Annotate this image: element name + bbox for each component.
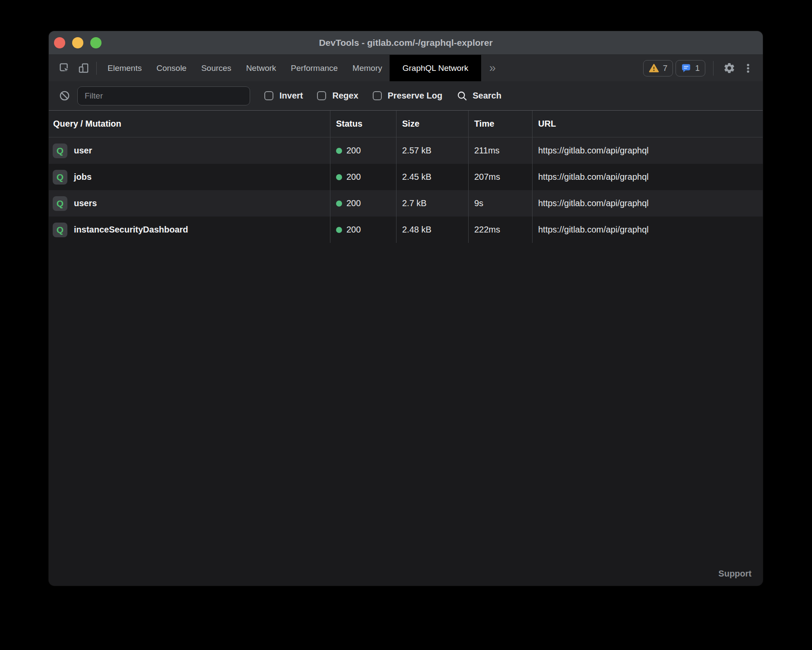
size-cell: 2.48 kB	[396, 217, 468, 243]
devtools-tabbar: ElementsConsoleSourcesNetworkPerformance…	[49, 55, 763, 81]
traffic-lights	[54, 31, 102, 54]
warnings-count: 7	[663, 64, 668, 73]
gear-icon	[723, 62, 736, 74]
status-ok-dot	[336, 148, 342, 154]
request-time: 207ms	[474, 172, 500, 182]
warning-triangle-icon	[649, 64, 659, 73]
warnings-badge[interactable]: 7	[643, 60, 673, 76]
panel-tabs: ElementsConsoleSourcesNetworkPerformance…	[100, 55, 390, 81]
checkbox-icon	[264, 91, 273, 100]
active-tab-label: GraphQL Network	[403, 64, 468, 73]
query-name: jobs	[74, 172, 92, 182]
request-time: 222ms	[474, 225, 500, 235]
toolbar-divider	[96, 62, 97, 75]
regex-label: Regex	[332, 91, 358, 101]
invert-label: Invert	[279, 91, 303, 101]
settings-button[interactable]	[720, 62, 739, 74]
query-name: user	[74, 146, 92, 156]
close-window-button[interactable]	[54, 37, 65, 48]
request-row[interactable]: Q instanceSecurityDashboard 200 2.48 kB …	[49, 217, 763, 243]
request-time: 9s	[474, 198, 483, 208]
status-ok-dot	[336, 201, 342, 207]
column-header-status: Status	[330, 111, 396, 137]
more-options-button[interactable]	[739, 63, 758, 74]
search-icon	[457, 90, 468, 102]
tab-network[interactable]: Network	[239, 55, 284, 81]
tab-performance[interactable]: Performance	[283, 55, 345, 81]
column-header-url: URL	[532, 111, 763, 137]
url-cell: https://gitlab.com/api/graphql	[532, 190, 763, 217]
badges-divider	[713, 61, 714, 76]
query-type-icon: Q	[53, 170, 67, 185]
size-cell: 2.45 kB	[396, 164, 468, 190]
regex-checkbox[interactable]: Regex	[317, 91, 358, 101]
inspect-element-button[interactable]	[55, 55, 74, 81]
response-size: 2.7 kB	[402, 198, 427, 208]
size-cell: 2.7 kB	[396, 190, 468, 217]
filter-toolbar: Invert Regex Preserve Log Search	[49, 81, 763, 111]
tab-elements[interactable]: Elements	[100, 55, 149, 81]
devtools-window: DevTools - gitlab.com/-/graphql-explorer…	[49, 31, 763, 586]
size-cell: 2.57 kB	[396, 137, 468, 164]
query-name: instanceSecurityDashboard	[74, 225, 188, 235]
column-header-time: Time	[468, 111, 532, 137]
tab-memory[interactable]: Memory	[345, 55, 390, 81]
device-toolbar-icon	[78, 62, 89, 74]
query-type-icon: Q	[53, 196, 67, 211]
query-cell: Q instanceSecurityDashboard	[49, 217, 330, 243]
response-size: 2.45 kB	[402, 172, 431, 182]
clear-filter-button[interactable]	[55, 90, 74, 102]
tab-console[interactable]: Console	[149, 55, 194, 81]
message-bubble-icon	[681, 64, 691, 73]
query-name: users	[74, 198, 97, 208]
status-code: 200	[346, 198, 361, 208]
issues-badge[interactable]: 1	[676, 60, 705, 76]
url-cell: https://gitlab.com/api/graphql	[532, 217, 763, 243]
window-title: DevTools - gitlab.com/-/graphql-explorer	[319, 38, 492, 48]
search-button[interactable]: Search	[457, 90, 501, 102]
column-header-query-mutation: Query / Mutation	[49, 111, 330, 137]
query-cell: Q jobs	[49, 164, 330, 190]
query-type-icon: Q	[53, 143, 67, 158]
status-code: 200	[346, 225, 361, 235]
zoom-window-button[interactable]	[90, 37, 102, 48]
url-cell: https://gitlab.com/api/graphql	[532, 137, 763, 164]
device-toolbar-button[interactable]	[74, 55, 93, 81]
column-header-size: Size	[396, 111, 468, 137]
request-row[interactable]: Q user 200 2.57 kB 211ms https://gitlab.…	[49, 137, 763, 164]
time-cell: 9s	[468, 190, 532, 217]
query-cell: Q user	[49, 137, 330, 164]
time-cell: 222ms	[468, 217, 532, 243]
checkbox-icon	[373, 91, 382, 100]
status-cell: 200	[330, 190, 396, 217]
preserve-log-checkbox[interactable]: Preserve Log	[373, 91, 443, 101]
request-row[interactable]: Q users 200 2.7 kB 9s https://gitlab.com…	[49, 190, 763, 217]
titlebar: DevTools - gitlab.com/-/graphql-explorer	[49, 31, 763, 55]
desktop-background: DevTools - gitlab.com/-/graphql-explorer…	[0, 0, 812, 650]
response-size: 2.57 kB	[402, 146, 431, 156]
tabbar-controls	[720, 55, 758, 81]
table-header: Query / Mutation Status Size Time URL	[49, 111, 763, 137]
minimize-window-button[interactable]	[72, 37, 83, 48]
request-time: 211ms	[474, 146, 500, 156]
more-tabs-button[interactable]: »	[481, 55, 504, 81]
tab-graphql-network[interactable]: GraphQL Network	[390, 55, 481, 81]
status-cell: 200	[330, 164, 396, 190]
support-link[interactable]: Support	[718, 569, 752, 579]
invert-checkbox[interactable]: Invert	[264, 91, 303, 101]
issues-count: 1	[695, 64, 700, 73]
inspect-cursor-icon	[59, 62, 70, 74]
preserve-log-label: Preserve Log	[388, 91, 443, 101]
request-row[interactable]: Q jobs 200 2.45 kB 207ms https://gitlab.…	[49, 164, 763, 190]
kebab-menu-icon	[742, 63, 754, 74]
filter-input[interactable]	[77, 86, 250, 105]
tab-sources[interactable]: Sources	[194, 55, 239, 81]
response-size: 2.48 kB	[402, 225, 431, 235]
status-code: 200	[346, 146, 361, 156]
request-url: https://gitlab.com/api/graphql	[538, 225, 649, 235]
status-badges: 7 1	[643, 55, 705, 81]
status-code: 200	[346, 172, 361, 182]
time-cell: 211ms	[468, 137, 532, 164]
search-label: Search	[473, 91, 501, 101]
request-list: Q user 200 2.57 kB 211ms https://gitlab.…	[49, 137, 763, 243]
